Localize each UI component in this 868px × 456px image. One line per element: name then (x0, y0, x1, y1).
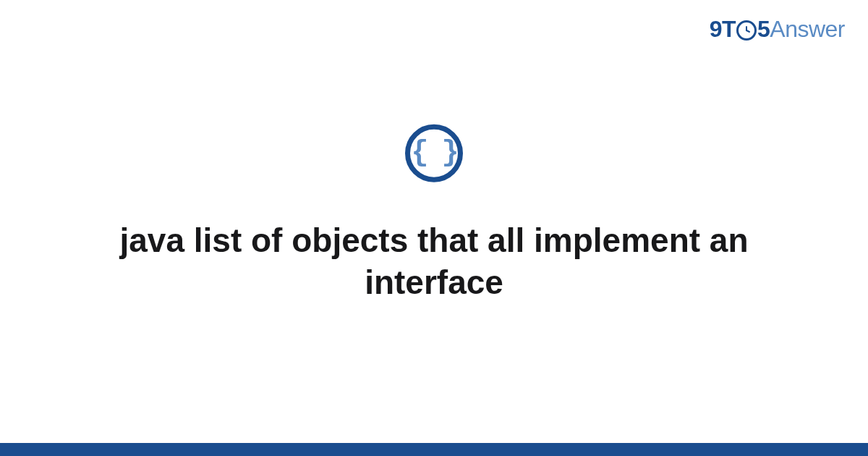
logo-text-answer: Answer (770, 16, 845, 43)
footer-bar (0, 443, 868, 456)
code-braces-icon: { } (411, 139, 456, 168)
main-content: { } java list of objects that all implem… (0, 124, 868, 303)
svg-line-1 (746, 30, 749, 32)
category-icon-circle: { } (405, 124, 463, 182)
page-title: java list of objects that all implement … (109, 220, 760, 303)
site-logo: 9T 5 Answer (710, 16, 845, 43)
logo-text-5: 5 (757, 16, 770, 43)
logo-clock-icon (736, 20, 757, 41)
logo-text-9t: 9T (710, 16, 736, 43)
